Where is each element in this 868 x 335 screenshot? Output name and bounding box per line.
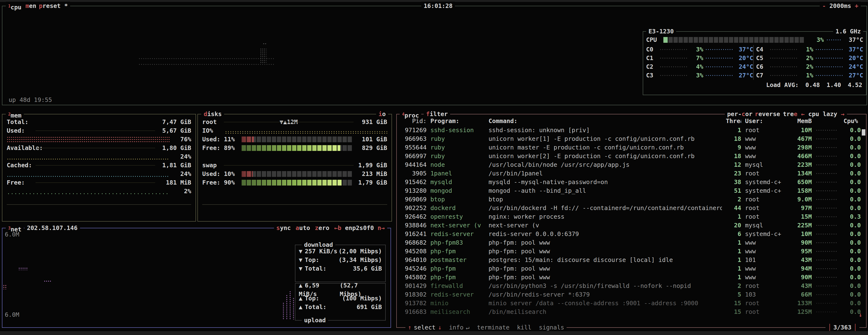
process-user: 103 bbox=[745, 290, 786, 299]
cpu-graph-dots bbox=[263, 43, 267, 45]
cpu-panel-title[interactable]: 1cpu bbox=[6, 2, 24, 12]
interval-increase-button[interactable]: + bbox=[855, 2, 858, 9]
process-threads: 15 bbox=[726, 299, 741, 308]
process-row[interactable]: 902252 dockerd /usr/bin/dockerd -H fd://… bbox=[397, 204, 864, 212]
net-stat-row: ▲6,59 MiB/s (52,7 Mibps) bbox=[299, 285, 382, 294]
process-cpu-graph bbox=[816, 173, 837, 175]
spacer bbox=[202, 152, 387, 161]
mem-available-percent: 24% bbox=[173, 152, 191, 161]
process-pid: 945802 bbox=[400, 273, 427, 282]
process-command: nginx: worker process bbox=[489, 212, 722, 221]
zero-toggle[interactable]: zero bbox=[315, 224, 329, 233]
core-temp-graph bbox=[815, 49, 843, 51]
net-graph-dots bbox=[44, 280, 52, 283]
auto-toggle[interactable]: auto bbox=[296, 224, 310, 233]
process-user: 101 bbox=[745, 256, 786, 264]
process-row[interactable]: 966963 ruby unicorn worker[1] -E product… bbox=[397, 134, 864, 143]
process-program: openresty bbox=[430, 212, 485, 221]
process-row[interactable]: 955644 ruby unicorn master -E production… bbox=[397, 143, 864, 152]
mem-free-row: Free:181 MiB bbox=[7, 178, 191, 187]
scroll-more-icon[interactable]: ↓ bbox=[859, 310, 862, 319]
interval-decrease-button[interactable]: - bbox=[822, 2, 826, 9]
process-row[interactable]: 913280 mongod mongod --auth --bind_ip_al… bbox=[397, 186, 864, 195]
io-mode-button[interactable]: io bbox=[376, 110, 388, 119]
process-row[interactable]: 971269 sshd-session sshd-session: unknow… bbox=[397, 126, 864, 134]
process-user: systemd-c+ bbox=[745, 186, 786, 195]
process-cpu-graph bbox=[816, 242, 837, 244]
prev-interface-button[interactable]: ←b bbox=[334, 224, 341, 232]
col-header-cpu[interactable]: Cpu% ↑ bbox=[843, 117, 861, 125]
select-button[interactable]: select bbox=[411, 323, 438, 332]
process-row[interactable]: 964010 postmaster postgres: 15/main: dis… bbox=[397, 256, 864, 264]
process-user: root bbox=[745, 212, 786, 221]
disks-panel-title[interactable]: disks bbox=[201, 110, 224, 119]
net-stat-value: (100 Mibps) bbox=[342, 294, 382, 303]
process-row[interactable]: 913782 minio minio server /data --consol… bbox=[397, 299, 864, 308]
net-stat-row: ▲Top: (100 Mibps) bbox=[299, 294, 382, 303]
process-row[interactable]: 944164 node /usr/local/bin/node /usr/src… bbox=[397, 160, 864, 169]
sort-prev-arrow[interactable]: ← bbox=[801, 111, 805, 118]
process-row[interactable]: 966997 ruby unicorn worker[2] -E product… bbox=[397, 152, 864, 160]
process-pid: 944164 bbox=[400, 160, 427, 169]
core-label: C3 bbox=[646, 71, 658, 80]
process-memory: 90M bbox=[790, 238, 812, 247]
core-usage-graph bbox=[770, 49, 797, 51]
process-row[interactable]: 945208 php-fpm php-fpm: pool www 1 www 9… bbox=[397, 247, 864, 256]
process-row[interactable]: 969069 btop btop 2 root 9.0M 0.0 bbox=[397, 195, 864, 204]
process-cpu-graph bbox=[816, 129, 837, 131]
preset-button[interactable]: preset * bbox=[36, 2, 70, 10]
select-up-icon[interactable]: ↑ bbox=[408, 323, 411, 332]
process-row[interactable]: 968682 php-fpm83 php-fpm: pool www 1 www… bbox=[397, 238, 864, 247]
scrollbar-handle[interactable] bbox=[862, 129, 865, 135]
process-program: next-server (v bbox=[430, 221, 485, 230]
core-temp-graph bbox=[815, 66, 843, 68]
net-stat-label: 257 KiB/s bbox=[305, 248, 337, 255]
sync-toggle[interactable]: sync bbox=[276, 224, 291, 233]
memory-panel: 2mem Total:7,47 GiB Used:5,67 GiB 76% Av… bbox=[2, 114, 196, 221]
memory-stats: Total:7,47 GiB Used:5,67 GiB 76% Availab… bbox=[7, 118, 191, 218]
core-percent: 2% bbox=[799, 54, 813, 62]
process-row[interactable]: 918302 redis-server /usr/bin/redis-serve… bbox=[397, 290, 864, 299]
process-row[interactable]: 945246 php-fpm php-fpm: pool www 1 www 9… bbox=[397, 264, 864, 273]
process-threads: 23 bbox=[726, 169, 741, 178]
disk-root-free-row: Free: 89%829 GiB bbox=[202, 144, 387, 152]
kill-button[interactable]: kill bbox=[517, 323, 531, 332]
process-row[interactable]: 926462 openresty nginx: worker process 1… bbox=[397, 212, 864, 221]
process-row[interactable]: 3905 1panel /usr/bin/1panel 23 root 134M… bbox=[397, 169, 864, 178]
terminate-button[interactable]: terminate bbox=[477, 323, 509, 332]
process-program: php-fpm bbox=[430, 264, 485, 273]
process-row[interactable]: 915462 mysqld mysqld --mysql-native-pass… bbox=[397, 178, 864, 186]
core-percent: 4% bbox=[689, 62, 703, 71]
process-command: unicorn worker[1] -E production -c confi… bbox=[489, 134, 722, 143]
core-temp: 20°C bbox=[845, 54, 863, 62]
process-row[interactable]: 945802 php-fpm php-fpm: pool www 1 www 9… bbox=[397, 273, 864, 282]
process-row[interactable]: 916241 redis-server redis-server 0.0.0.0… bbox=[397, 230, 864, 238]
process-row[interactable]: 901429 firewalld /usr/bin/python3 -s /us… bbox=[397, 282, 864, 290]
next-interface-button[interactable]: n→ bbox=[377, 224, 385, 232]
process-user: root bbox=[745, 169, 786, 178]
core-label: C6 bbox=[756, 62, 768, 71]
info-button[interactable]: info bbox=[449, 323, 464, 332]
select-down-icon[interactable]: ↓ bbox=[438, 323, 441, 332]
sort-next-arrow[interactable]: → bbox=[841, 111, 844, 118]
process-user: www bbox=[745, 152, 786, 160]
core-percent: 1% bbox=[799, 45, 813, 54]
download-stats-box: download ▼257 KiB/s (2,00 Mibps) ▼Top: (… bbox=[295, 245, 386, 282]
cpu-hotkey: 1 bbox=[8, 4, 10, 8]
process-memory: 125M bbox=[790, 308, 812, 316]
mem-cached-graph bbox=[7, 176, 169, 177]
disks-divider bbox=[202, 204, 387, 205]
process-memory: 94M bbox=[790, 264, 812, 273]
process-cpu-graph bbox=[816, 294, 837, 296]
disks-panel: disks io root▼▲12M931 GiB IO% Used: 11%1… bbox=[197, 114, 392, 221]
mem-available-graph-row: 24% bbox=[7, 152, 191, 161]
process-command: mongod --auth --bind_ip_all bbox=[489, 186, 722, 195]
process-threads: 1 bbox=[726, 247, 741, 256]
net-stat-label: Total: bbox=[305, 265, 327, 272]
process-row[interactable]: 938846 next-server (v next-server (v 20 … bbox=[397, 221, 864, 230]
signals-button[interactable]: signals bbox=[539, 323, 564, 332]
core-temp: 27°C bbox=[845, 71, 863, 80]
process-row[interactable]: 916683 meilisearch /bin/meilisearch 15 r… bbox=[397, 308, 864, 316]
process-user: root bbox=[745, 282, 786, 290]
process-user: www bbox=[745, 143, 786, 152]
